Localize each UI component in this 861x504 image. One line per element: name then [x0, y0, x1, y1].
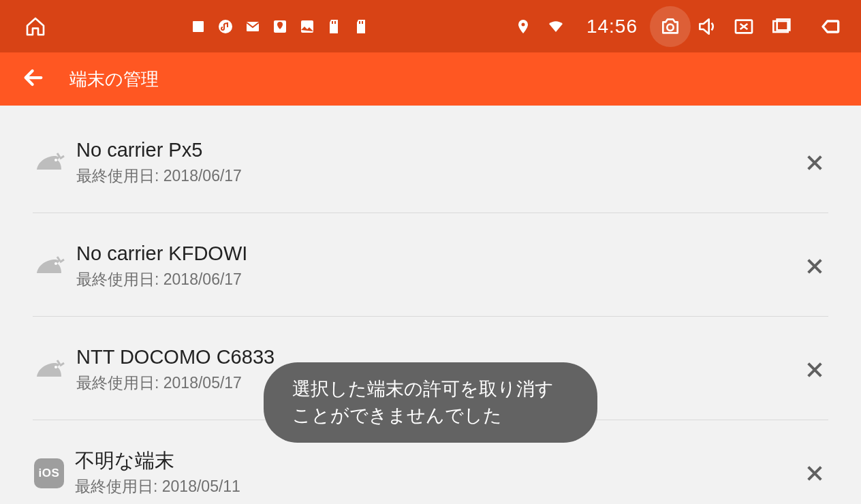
ios-icon: iOS — [34, 458, 64, 488]
sd-icon — [326, 18, 343, 35]
location-icon — [514, 18, 532, 35]
back-button[interactable] — [22, 66, 45, 92]
svg-point-15 — [54, 262, 57, 265]
music-icon — [217, 18, 234, 35]
svg-point-16 — [54, 366, 57, 368]
system-status-bar: 14:56 — [0, 0, 861, 52]
device-last-used: 最終使用日: 2018/06/17 — [76, 269, 247, 290]
maps-icon — [271, 18, 289, 35]
device-row: No carrier Px5 最終使用日: 2018/06/17 — [33, 106, 828, 213]
remove-device-button[interactable] — [801, 253, 828, 280]
wifi-icon — [547, 18, 565, 35]
svg-rect-5 — [332, 21, 333, 24]
device-last-used: 最終使用日: 2018/05/11 — [75, 476, 240, 497]
device-name: No carrier Px5 — [76, 140, 242, 161]
svg-rect-7 — [359, 21, 360, 24]
sd-icon-2 — [353, 18, 371, 35]
svg-rect-6 — [334, 21, 336, 24]
svg-rect-0 — [193, 21, 204, 32]
device-last-used: 最終使用日: 2018/06/17 — [76, 166, 242, 187]
device-row: No carrier KFDOWI 最終使用日: 2018/06/17 — [33, 213, 828, 317]
toast-message: 選択した端末の許可を取り消すことができませんでした — [264, 362, 597, 443]
square-icon — [189, 18, 207, 35]
device-name: No carrier KFDOWI — [76, 243, 247, 265]
remove-device-button[interactable] — [801, 356, 828, 383]
photo-icon — [298, 18, 316, 35]
svg-point-9 — [521, 22, 525, 26]
remove-device-button[interactable] — [801, 149, 828, 176]
remove-device-button[interactable] — [801, 460, 828, 487]
android-icon — [33, 149, 68, 176]
notification-tray — [46, 18, 514, 35]
page-title: 端末の管理 — [69, 67, 159, 91]
svg-point-14 — [54, 159, 57, 161]
close-window-icon[interactable] — [733, 16, 755, 37]
svg-point-1 — [219, 20, 232, 33]
back-system-icon[interactable] — [820, 16, 842, 37]
device-name: NTT DOCOMO C6833 — [76, 347, 275, 368]
fullscreen-icon[interactable] — [770, 16, 792, 37]
device-name: 不明な端末 — [75, 450, 240, 472]
device-list: No carrier Px5 最終使用日: 2018/06/17 No carr… — [0, 106, 861, 504]
screenshot-icon[interactable] — [659, 16, 681, 37]
device-last-used: 最終使用日: 2018/05/17 — [76, 373, 275, 394]
android-icon — [33, 356, 68, 383]
clock-time: 14:56 — [586, 16, 638, 37]
app-bar: 端末の管理 — [0, 52, 861, 106]
svg-rect-8 — [362, 21, 363, 24]
home-icon[interactable] — [25, 16, 46, 37]
android-icon — [33, 253, 68, 280]
volume-icon[interactable] — [696, 16, 718, 37]
mail-icon — [244, 18, 262, 35]
